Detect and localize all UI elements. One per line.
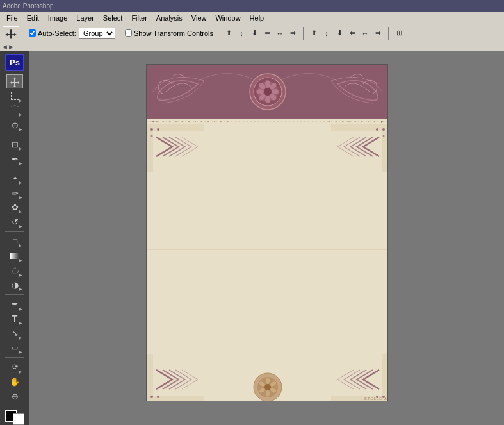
spot-healing-tool[interactable]: ✦ ▶ [6,172,23,186]
svg-marker-17 [381,121,384,123]
align-vcenter-icon[interactable]: ↕ [236,28,247,39]
lasso-tool[interactable]: ⌒ ▶ [6,104,23,118]
align-right-icon[interactable]: ➡ [287,28,298,39]
tool-sep-3 [5,231,24,232]
title-bar-text: Adobe Photoshop [3,3,54,10]
svg-point-55 [266,390,270,397]
tool-sep-2 [5,169,24,169]
separator-1 [24,27,24,40]
svg-rect-28 [220,121,222,123]
move-tool-options-icon[interactable] [3,26,19,40]
svg-rect-29 [226,121,228,123]
align-top-icon[interactable]: ⬆ [223,28,234,39]
menu-filter[interactable]: Filter [127,13,150,22]
svg-rect-33 [348,121,350,123]
path-select-tool[interactable]: ↘ ▶ [6,326,23,340]
svg-rect-25 [200,121,202,123]
menu-select[interactable]: Select [99,13,127,22]
svg-rect-34 [354,121,356,123]
menu-layer[interactable]: Layer [72,13,98,22]
zoom-tool[interactable]: ⊕ [6,389,23,403]
svg-rect-32 [341,121,343,123]
crop-tool[interactable]: ⊡ ▶ [6,138,23,152]
svg-point-41 [150,135,152,137]
auto-align-icon[interactable]: ⊞ [393,28,405,39]
marquee-tool[interactable]: ▶ [6,89,23,103]
doc-body: STELLE & [147,124,387,401]
dodge-tool[interactable]: ◑ ▶ [6,278,23,292]
shape-tool[interactable]: ▭ ▶ [6,341,23,355]
sidebar: Ps ▶ ⌒ ▶ ⊙ ▶ ⊡ ▶ ✒ [0,51,29,425]
eraser-tool[interactable]: ◻ ▶ [6,235,23,249]
brush-tool[interactable]: ✏ ▶ [6,186,23,200]
svg-point-14 [264,88,272,96]
3d-rotate-tool[interactable]: ⟳ ▶ [6,360,23,374]
dist-right-icon[interactable]: ➡ [372,28,384,39]
gradient-tool[interactable]: ▶ [6,249,23,263]
svg-point-39 [150,128,153,131]
dist-hcenter-icon[interactable]: ↔ [359,28,371,39]
svg-rect-27 [213,121,215,123]
align-bottom-icon[interactable]: ⬇ [248,28,260,39]
menu-image[interactable]: Image [44,13,72,22]
svg-rect-20 [168,121,170,123]
clone-stamp-tool[interactable]: ✿ ▶ [6,201,23,215]
color-swatch[interactable] [5,410,24,425]
svg-marker-0 [5,29,17,39]
menu-analysis[interactable]: Analysis [152,13,186,22]
svg-rect-31 [335,121,337,123]
separator-5 [388,27,389,40]
dist-bottom-icon[interactable]: ⬇ [334,28,345,39]
menu-file[interactable]: File [3,13,22,22]
dist-top-icon[interactable]: ⬆ [308,28,320,39]
align-hcenter-icon[interactable]: ↔ [274,28,286,39]
divider-svg [147,119,387,124]
dist-left-icon[interactable]: ⬅ [346,28,358,39]
show-transform-checkbox[interactable] [125,29,132,37]
svg-rect-21 [175,121,177,123]
svg-rect-26 [207,121,209,123]
svg-point-8 [272,89,279,94]
title-bar: Adobe Photoshop [0,0,504,12]
auto-select-text: Auto-Select: [38,29,76,37]
move-tool[interactable] [6,74,23,88]
tool-sep-5 [5,357,24,358]
background-color[interactable] [13,413,24,425]
dist-vcenter-icon[interactable]: ↕ [321,28,332,39]
doc-header [147,65,387,119]
svg-rect-19 [162,121,164,123]
pen-tool[interactable]: ✒ ▶ [6,297,23,312]
svg-rect-23 [188,121,190,123]
ps-logo: Ps [5,54,24,71]
show-transform-text: Show Transform Controls [134,29,213,37]
svg-rect-36 [367,121,369,123]
auto-select-dropdown[interactable]: Group Layer [79,28,115,39]
distribute-icons: ⬆ ↕ ⬇ ⬅ ↔ ➡ [308,28,384,39]
menu-help[interactable]: Help [246,13,268,22]
toolbar-arrows[interactable]: ◀ ▶ [3,44,13,50]
history-brush-tool[interactable]: ↺ ▶ [6,215,23,229]
menu-view[interactable]: View [188,13,211,22]
second-toolbar: ◀ ▶ [0,42,504,51]
menu-window[interactable]: Window [211,13,244,22]
quick-select-tool[interactable]: ⊙ ▶ [6,118,23,132]
svg-point-6 [265,80,270,88]
menu-edit[interactable]: Edit [23,13,43,22]
svg-point-44 [382,135,384,137]
svg-point-10 [265,96,270,103]
svg-rect-35 [361,121,362,123]
doc-divider-line [147,119,387,124]
menu-bar: File Edit Image Layer Select Filter Anal… [0,12,504,24]
text-tool[interactable]: T ▶ [6,312,23,326]
align-left-icon[interactable]: ⬅ [261,28,273,39]
svg-point-47 [157,396,159,398]
header-svg [147,65,387,119]
svg-point-40 [157,128,159,131]
svg-point-43 [376,128,378,131]
svg-rect-22 [181,121,183,123]
eyedropper-tool[interactable]: ✒ ▶ [6,152,23,166]
svg-rect-38 [147,124,388,401]
blur-tool[interactable]: ◌ ▶ [6,263,23,278]
hand-tool[interactable]: ✋ [6,375,23,389]
auto-select-checkbox[interactable] [29,29,36,37]
